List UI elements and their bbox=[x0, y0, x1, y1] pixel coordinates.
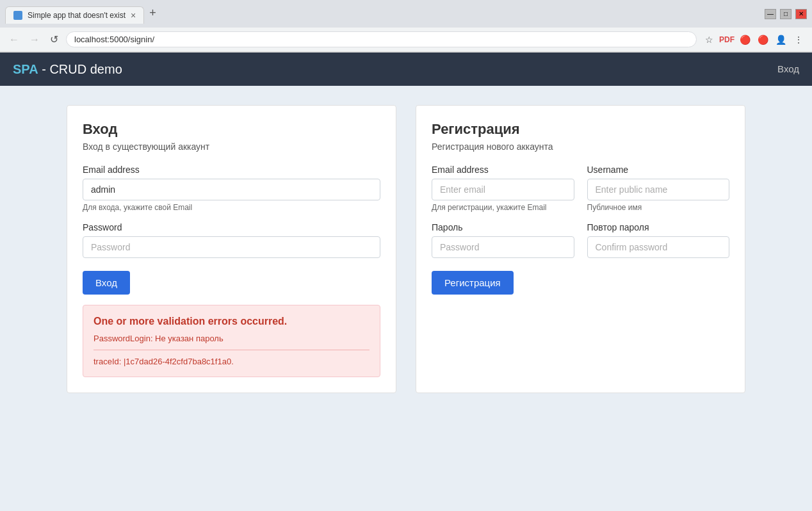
pdf-icon[interactable]: PDF bbox=[720, 33, 734, 47]
navbar-nav: Вход bbox=[777, 63, 799, 75]
error-title: One or more validation errors occurred. bbox=[93, 316, 369, 327]
reg-confirm-label: Повтор пароля bbox=[587, 222, 730, 232]
extension-icon1[interactable]: 🔴 bbox=[738, 33, 752, 47]
refresh-button[interactable]: ↺ bbox=[47, 32, 61, 47]
extension-icon2[interactable]: 🔴 bbox=[756, 33, 770, 47]
email-label: Email address bbox=[83, 165, 380, 175]
password-label: Password bbox=[83, 222, 380, 232]
menu-icon[interactable]: ⋮ bbox=[792, 33, 806, 47]
navbar-brand: SPA - CRUD demo bbox=[13, 62, 122, 77]
error-divider bbox=[93, 350, 369, 350]
register-row-2: Пароль Повтор пароля bbox=[432, 222, 729, 268]
reg-username-input[interactable] bbox=[587, 179, 730, 200]
toolbar-icons: ☆ PDF 🔴 🔴 👤 ⋮ bbox=[702, 33, 806, 47]
register-title: Регистрация bbox=[432, 121, 729, 138]
reg-username-group: Username Публичное имя bbox=[587, 165, 730, 212]
login-button[interactable]: Вход bbox=[83, 271, 130, 295]
register-row-1: Email address Для регистрации, укажите E… bbox=[432, 165, 729, 222]
back-button[interactable]: ← bbox=[6, 33, 22, 47]
reg-email-input[interactable] bbox=[432, 179, 574, 200]
reg-password-input[interactable] bbox=[432, 236, 574, 258]
email-input[interactable] bbox=[83, 179, 380, 200]
profile-icon[interactable]: 👤 bbox=[774, 33, 788, 47]
reg-password-group: Пароль bbox=[432, 222, 574, 258]
window-controls: — □ ✕ bbox=[765, 9, 807, 19]
nav-login-link[interactable]: Вход bbox=[777, 63, 799, 74]
forward-button[interactable]: → bbox=[27, 33, 42, 47]
login-title: Вход bbox=[83, 121, 380, 138]
reg-username-label: Username bbox=[587, 165, 730, 175]
page-content: SPA - CRUD demo Вход Вход Вход в существ… bbox=[0, 53, 812, 511]
reg-username-hint: Публичное имя bbox=[587, 203, 730, 212]
reg-email-group: Email address Для регистрации, укажите E… bbox=[432, 165, 574, 212]
reg-confirm-group: Повтор пароля bbox=[587, 222, 730, 258]
error-trace: traceId: |1c7dad26-4f2cfd7ba8c1f1a0. bbox=[93, 357, 369, 366]
password-input[interactable] bbox=[83, 236, 380, 258]
password-group: Password bbox=[83, 222, 380, 258]
error-box: One or more validation errors occurred. … bbox=[83, 305, 380, 377]
reg-password-label: Пароль bbox=[432, 222, 574, 232]
tab-title: Simple app that doesn't exist bbox=[28, 11, 126, 20]
brand-rest: - CRUD demo bbox=[38, 62, 122, 76]
register-button[interactable]: Регистрация bbox=[432, 271, 514, 295]
login-subtitle: Вход в существующий аккаунт bbox=[83, 142, 380, 152]
browser-chrome: Simple app that doesn't exist × + — □ ✕ … bbox=[0, 0, 812, 53]
reg-email-label: Email address bbox=[432, 165, 574, 175]
email-hint: Для входа, укажите свой Email bbox=[83, 203, 380, 212]
main-container: Вход Вход в существующий аккаунт Email a… bbox=[54, 105, 758, 393]
reg-email-hint: Для регистрации, укажите Email bbox=[432, 203, 574, 212]
login-card: Вход Вход в существующий аккаунт Email a… bbox=[67, 105, 396, 393]
tab-close-icon[interactable]: × bbox=[131, 11, 136, 20]
register-subtitle: Регистрация нового аккаунта bbox=[432, 142, 729, 152]
title-bar: Simple app that doesn't exist × + — □ ✕ bbox=[0, 0, 812, 28]
register-card: Регистрация Регистрация нового аккаунта … bbox=[416, 105, 745, 393]
close-window-button[interactable]: ✕ bbox=[795, 9, 807, 19]
minimize-button[interactable]: — bbox=[765, 9, 776, 19]
navbar: SPA - CRUD demo Вход bbox=[0, 53, 812, 86]
brand-spa: SPA bbox=[13, 62, 38, 76]
reg-confirm-input[interactable] bbox=[587, 236, 730, 258]
email-group: Email address Для входа, укажите свой Em… bbox=[83, 165, 380, 212]
browser-tab[interactable]: Simple app that doesn't exist × bbox=[5, 6, 144, 24]
address-input[interactable] bbox=[66, 31, 697, 47]
new-tab-button[interactable]: + bbox=[144, 4, 161, 22]
bookmark-icon[interactable]: ☆ bbox=[702, 33, 716, 47]
address-bar: ← → ↺ ☆ PDF 🔴 🔴 👤 ⋮ bbox=[0, 28, 812, 52]
tab-favicon bbox=[13, 11, 22, 20]
error-detail: PasswordLogin: Не указан пароль bbox=[93, 334, 369, 343]
maximize-button[interactable]: □ bbox=[780, 9, 792, 19]
